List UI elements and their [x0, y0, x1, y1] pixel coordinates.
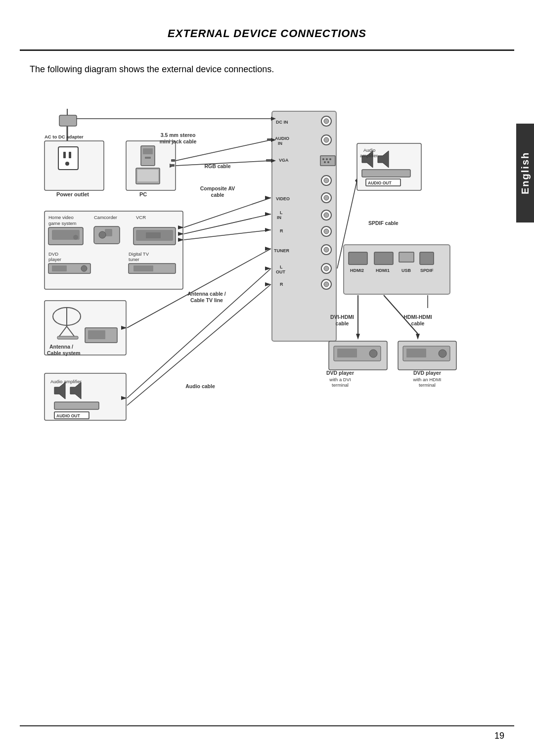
- svg-text:HDMI1: HDMI1: [376, 268, 390, 273]
- svg-point-20: [324, 247, 329, 252]
- svg-rect-65: [134, 266, 153, 271]
- svg-rect-37: [143, 148, 153, 154]
- svg-line-67: [184, 198, 271, 227]
- svg-rect-47: [170, 164, 175, 167]
- svg-point-3: [324, 137, 329, 142]
- svg-text:Digital TV: Digital TV: [129, 251, 149, 257]
- svg-line-73: [184, 230, 271, 240]
- subtitle-text: The following diagram shows the external…: [30, 64, 274, 75]
- svg-text:Camcorder: Camcorder: [94, 215, 117, 220]
- svg-rect-97: [337, 349, 357, 357]
- svg-text:amplifier: amplifier: [360, 153, 378, 158]
- svg-text:L: L: [280, 265, 283, 269]
- svg-rect-80: [88, 330, 105, 339]
- svg-text:Cable system: Cable system: [47, 350, 81, 356]
- svg-rect-40: [137, 170, 158, 181]
- svg-text:with an HDMI: with an HDMI: [412, 377, 441, 382]
- svg-point-103: [439, 350, 446, 357]
- antenna-label: Antenna /: [49, 344, 73, 350]
- svg-rect-48: [266, 159, 271, 162]
- svg-text:VCR: VCR: [136, 215, 146, 220]
- svg-text:SPDIF: SPDIF: [420, 268, 434, 273]
- svg-text:Audio: Audio: [363, 147, 375, 153]
- svg-point-23: [324, 266, 329, 271]
- pc-label: PC: [139, 191, 147, 197]
- svg-rect-30: [63, 152, 66, 158]
- svg-point-11: [324, 178, 329, 183]
- svg-rect-38: [145, 157, 151, 159]
- svg-text:HDMI2: HDMI2: [350, 268, 364, 273]
- sidebar-english: English: [516, 124, 534, 222]
- svg-text:TUNER: TUNER: [274, 248, 289, 253]
- svg-text:Audio amplifier: Audio amplifier: [50, 379, 82, 384]
- svg-marker-88: [265, 282, 271, 286]
- svg-text:terminal: terminal: [419, 382, 436, 388]
- top-border-line: [20, 49, 514, 51]
- ac-adapter-icon: [59, 115, 77, 126]
- mm35-cable-label: 3.5 mm stereo: [161, 132, 196, 138]
- diagram-svg: DC IN AUDIO IN VGA VIDEO L IN R TUNER L …: [30, 82, 499, 452]
- svg-text:cable: cable: [411, 320, 425, 326]
- svg-text:tuner: tuner: [129, 257, 139, 262]
- page-title: EXTERNAL DEVICE CONNECTIONS: [0, 27, 534, 40]
- svg-point-62: [81, 266, 87, 271]
- port-dcin-label: DC IN: [276, 120, 288, 125]
- svg-text:R: R: [280, 228, 283, 233]
- svg-point-55: [99, 231, 106, 238]
- outlet-icon: [58, 147, 78, 170]
- svg-rect-102: [406, 349, 426, 357]
- svg-text:IN: IN: [278, 141, 282, 146]
- bottom-border-line: [20, 725, 514, 726]
- svg-point-7: [329, 158, 331, 160]
- svg-text:OUT: OUT: [276, 269, 286, 274]
- svg-point-9: [327, 161, 329, 163]
- amp-left-unit-icon: [54, 402, 99, 409]
- svg-rect-58: [146, 232, 161, 238]
- power-outlet-label: Power outlet: [56, 191, 89, 197]
- dvd-hdmi-label: DVD player: [413, 370, 441, 376]
- svg-rect-61: [52, 266, 67, 271]
- composite-av-label: Composite AV: [200, 185, 235, 191]
- port-usb: [399, 252, 414, 262]
- spdif-cable-label: SPDIF cable: [368, 220, 399, 226]
- page-number: 19: [494, 731, 504, 741]
- svg-marker-74: [265, 228, 271, 232]
- svg-text:cable: cable: [211, 192, 224, 198]
- svg-line-70: [184, 214, 271, 234]
- svg-text:AUDIO: AUDIO: [275, 136, 289, 141]
- svg-text:R: R: [280, 282, 283, 287]
- svg-point-13: [324, 195, 329, 200]
- svg-text:USB: USB: [401, 268, 411, 273]
- svg-point-0: [324, 119, 329, 124]
- svg-rect-43: [171, 159, 175, 162]
- svg-point-5: [322, 158, 324, 160]
- svg-marker-95: [416, 334, 420, 340]
- svg-rect-44: [267, 138, 271, 141]
- svg-text:Cable TV line: Cable TV line: [190, 297, 223, 303]
- svg-point-53: [73, 235, 78, 240]
- port-hdmi1: [374, 252, 393, 265]
- svg-point-32: [65, 162, 69, 166]
- svg-point-25: [324, 282, 329, 287]
- svg-point-98: [369, 350, 377, 357]
- svg-marker-71: [265, 212, 271, 216]
- dvi-hdmi-label: DVI-HDMI: [330, 314, 354, 320]
- svg-marker-94: [356, 334, 360, 340]
- svg-text:Home video: Home video: [48, 215, 74, 220]
- svg-text:game system: game system: [48, 221, 77, 226]
- port-spdif: [420, 252, 434, 265]
- amp-right-unit-icon: [362, 170, 410, 177]
- ac-adapter-label: AC to DC adapter: [44, 134, 84, 139]
- svg-text:L: L: [280, 210, 283, 215]
- svg-marker-91: [355, 178, 357, 183]
- audio-cable-label: Audio cable: [185, 383, 215, 389]
- svg-text:IN: IN: [277, 215, 281, 220]
- svg-text:mini jack cable: mini jack cable: [160, 138, 197, 144]
- svg-rect-79: [57, 336, 78, 339]
- svg-point-16: [324, 213, 329, 218]
- audio-out-right-label: AUDIO OUT: [368, 180, 392, 185]
- port-hdmi2: [349, 252, 367, 265]
- svg-text:VGA: VGA: [279, 158, 289, 163]
- dvd-dvi-label: DVD player: [326, 370, 354, 376]
- svg-text:with a DVI: with a DVI: [329, 377, 351, 382]
